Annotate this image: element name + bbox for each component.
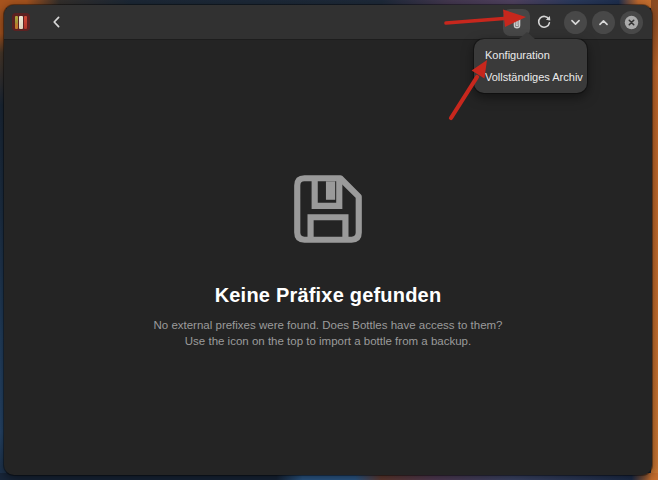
menu-item-vollstaendiges-archiv[interactable]: Vollständiges Archiv: [474, 66, 587, 88]
menu-item-konfiguration[interactable]: Konfiguration: [474, 44, 587, 66]
minimize-button[interactable]: [564, 11, 587, 34]
floppy-disk-icon: [287, 168, 369, 250]
desktop-wallpaper: Keine Präfixe gefunden No external prefi…: [0, 0, 658, 480]
header-bar: [4, 5, 652, 40]
back-button[interactable]: [45, 10, 69, 34]
bottles-app-icon: [12, 13, 30, 31]
empty-state-description-line1: No external prefixes were found. Does Bo…: [153, 317, 502, 333]
empty-state: Keine Präfixe gefunden No external prefi…: [4, 41, 652, 475]
import-menu-popup: Konfiguration Vollständiges Archiv: [474, 39, 587, 93]
back-chevron-icon: [49, 14, 65, 30]
chevron-down-icon: [568, 15, 583, 30]
close-button[interactable]: [620, 11, 643, 34]
empty-state-title: Keine Präfixe gefunden: [215, 284, 442, 307]
empty-state-description-line2: Use the icon on the top to import a bott…: [185, 333, 471, 349]
refresh-button[interactable]: [532, 10, 556, 34]
wallpaper-strip-right: [651, 0, 658, 480]
popup-tail: [519, 32, 535, 39]
chevron-up-icon: [596, 15, 611, 30]
close-icon: [623, 14, 640, 31]
refresh-icon: [536, 14, 552, 30]
maximize-button[interactable]: [592, 11, 615, 34]
paperclip-icon: [509, 14, 525, 30]
